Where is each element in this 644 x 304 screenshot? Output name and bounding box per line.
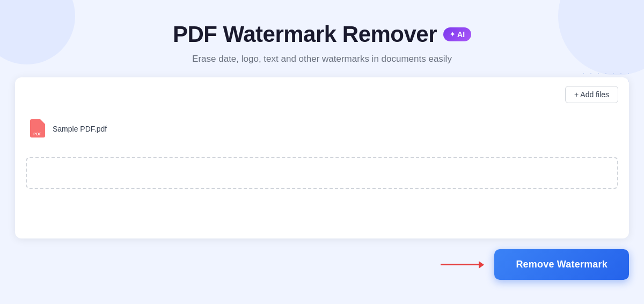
pdf-icon-text: PDF <box>33 132 42 136</box>
title-row: PDF Watermark Remover ✦ AI <box>0 21 644 47</box>
pdf-icon-corner <box>40 119 45 124</box>
arrow-decoration <box>441 264 484 265</box>
bottom-actions: Remove Watermark <box>0 238 644 280</box>
arrow-line <box>441 264 484 265</box>
add-files-button[interactable]: + Add files <box>565 86 618 103</box>
list-item: PDF Sample PDF.pdf <box>26 116 618 142</box>
page-subtitle: Erase date, logo, text and other waterma… <box>0 54 644 64</box>
file-name: Sample PDF.pdf <box>53 125 107 133</box>
page-title: PDF Watermark Remover <box>173 21 437 47</box>
ai-badge-label: AI <box>457 30 465 39</box>
pdf-file-icon: PDF <box>30 119 47 139</box>
add-files-label: + Add files <box>574 90 609 99</box>
ai-badge-star: ✦ <box>450 31 455 38</box>
drop-zone[interactable] <box>26 157 618 189</box>
remove-watermark-label: Remove Watermark <box>516 259 608 270</box>
ai-badge: ✦ AI <box>443 27 471 41</box>
remove-watermark-button[interactable]: Remove Watermark <box>494 249 629 280</box>
page-header: PDF Watermark Remover ✦ AI Erase date, l… <box>0 0 644 77</box>
file-list: PDF Sample PDF.pdf <box>26 112 618 146</box>
main-panel: + Add files PDF Sample PDF.pdf <box>15 77 629 238</box>
